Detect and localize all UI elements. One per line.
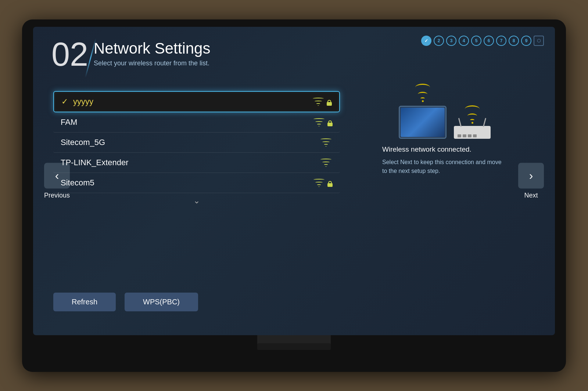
network-list: ✓ yyyyy	[53, 91, 340, 206]
router-antenna-left	[458, 118, 462, 127]
router-illustration	[454, 105, 491, 139]
router-antenna-right	[483, 118, 486, 127]
network-item-1[interactable]: FAM	[53, 112, 340, 133]
step-8: 8	[509, 36, 519, 46]
network-item-left-4: Sitecom5	[61, 178, 94, 188]
wifi-signal-2	[319, 138, 333, 146]
tv-set: ✓ 2 3 4 5 6 7 8 9 ⬡ 02 Network Settings …	[22, 19, 566, 372]
connection-description: Select Next to keep this connection and …	[382, 158, 507, 175]
right-panel: Wireless network connected. Select Next …	[382, 84, 507, 175]
page-title: Network Settings	[94, 40, 210, 57]
network-item-selected[interactable]: ✓ yyyyy	[53, 91, 340, 112]
wifi-secured-icon-4	[312, 179, 333, 187]
router-wifi-signal	[465, 105, 480, 124]
network-name-3: TP-LINK_Extender	[61, 158, 129, 167]
tv-stand-base	[257, 343, 331, 350]
step-4: 4	[459, 36, 469, 46]
network-name-1: FAM	[61, 117, 77, 127]
step-10: ⬡	[534, 36, 544, 46]
network-name-2: Sitecom_5G	[61, 138, 105, 147]
tv-illustration	[399, 84, 447, 139]
page-subtitle: Select your wireless router from the lis…	[94, 59, 210, 67]
wps-button[interactable]: WPS(PBC)	[125, 293, 198, 311]
lock-icon-1	[327, 120, 333, 126]
wifi-signal-0	[312, 98, 325, 106]
scroll-down-indicator: ⌄	[53, 196, 340, 206]
wifi-secured-icon-0	[312, 98, 332, 106]
step-number: 02	[51, 38, 88, 71]
step-6: 6	[484, 36, 494, 46]
wifi-signal-3	[319, 159, 333, 167]
mini-tv-screen	[401, 108, 445, 137]
refresh-button[interactable]: Refresh	[53, 293, 116, 311]
next-label: Next	[524, 191, 538, 199]
step-5: 5	[471, 36, 481, 46]
lock-icon-4	[327, 181, 333, 187]
checkmark-icon: ✓	[61, 97, 68, 106]
wifi-secured-icon-1	[312, 118, 333, 126]
router-image	[454, 126, 491, 139]
tv-stand	[257, 335, 331, 350]
network-name-4: Sitecom5	[61, 178, 94, 188]
network-item-left: ✓ yyyyy	[61, 97, 93, 106]
connection-status: Wireless network connected.	[382, 145, 507, 153]
tv-screen: ✓ 2 3 4 5 6 7 8 9 ⬡ 02 Network Settings …	[33, 27, 555, 335]
step-indicator: ✓ 2 3 4 5 6 7 8 9 ⬡	[421, 36, 544, 46]
next-button[interactable]: › Next	[518, 163, 544, 199]
step-2: 2	[434, 36, 444, 46]
connection-illustration	[382, 84, 507, 139]
network-item-3[interactable]: TP-LINK_Extender	[53, 153, 340, 173]
wifi-signal-4	[312, 179, 326, 187]
network-item-4[interactable]: Sitecom5	[53, 173, 340, 193]
step-3: 3	[446, 36, 456, 46]
step-7: 7	[496, 36, 506, 46]
next-arrow-box[interactable]: ›	[518, 163, 544, 188]
step-9: 9	[521, 36, 531, 46]
router-ports	[458, 134, 477, 137]
lock-icon-0	[327, 100, 332, 106]
network-item-left-3: TP-LINK_Extender	[61, 158, 129, 167]
tv-wifi-signal	[415, 84, 430, 102]
step-1: ✓	[421, 36, 431, 46]
network-item-2[interactable]: Sitecom_5G	[53, 133, 340, 153]
network-item-left-1: FAM	[61, 117, 77, 127]
action-buttons: Refresh WPS(PBC)	[53, 293, 198, 311]
title-area: Network Settings Select your wireless ro…	[94, 40, 210, 67]
network-name-0: yyyyy	[73, 97, 93, 106]
wifi-signal-1	[312, 118, 326, 126]
mini-tv	[399, 106, 447, 139]
network-item-left-2: Sitecom_5G	[61, 138, 105, 147]
